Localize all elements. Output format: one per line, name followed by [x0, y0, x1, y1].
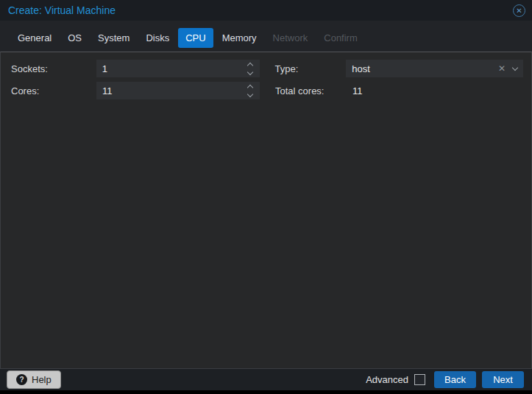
form-row-1: Sockets: 1 Type: host ✕: [11, 60, 523, 77]
dialog-footer: ? Help Advanced Back Next: [0, 368, 532, 390]
dialog-titlebar: Create: Virtual Machine ✕: [0, 0, 532, 21]
back-button[interactable]: Back: [434, 371, 476, 388]
spinner-down-icon[interactable]: [247, 91, 253, 96]
spinner-up-icon[interactable]: [247, 62, 252, 68]
type-value[interactable]: host: [352, 63, 498, 74]
dialog-title: Create: Virtual Machine: [8, 4, 116, 16]
chevron-down-icon[interactable]: [512, 64, 518, 70]
close-icon[interactable]: ✕: [513, 4, 525, 17]
help-button-label: Help: [32, 374, 52, 385]
spinner-down-icon[interactable]: [247, 68, 252, 74]
sockets-label: Sockets:: [11, 63, 96, 74]
total-cores-value: 11: [347, 85, 363, 96]
cores-label: Cores:: [11, 85, 96, 96]
tab-cpu[interactable]: CPU: [178, 28, 213, 48]
tab-confirm: Confirm: [316, 28, 365, 48]
tab-network: Network: [266, 28, 316, 48]
tab-system[interactable]: System: [91, 28, 137, 48]
type-label: Type:: [274, 63, 346, 74]
cpu-form-panel: Sockets: 1 Type: host ✕ Cores: 1: [0, 52, 532, 368]
help-button[interactable]: ? Help: [7, 370, 61, 389]
cores-spin-buttons[interactable]: [245, 85, 255, 96]
sockets-spin-buttons[interactable]: [245, 63, 255, 74]
cores-spinner[interactable]: 11: [96, 82, 260, 99]
spinner-up-icon[interactable]: [247, 84, 253, 90]
tab-general[interactable]: General: [10, 28, 59, 48]
create-vm-dialog: Create: Virtual Machine ✕ General OS Sys…: [0, 0, 532, 394]
clear-icon[interactable]: ✕: [498, 63, 506, 74]
sockets-spinner[interactable]: 1: [96, 60, 260, 77]
advanced-checkbox[interactable]: [414, 374, 425, 385]
question-icon: ?: [16, 374, 27, 385]
advanced-label: Advanced: [366, 374, 408, 385]
wizard-tabbar: General OS System Disks CPU Memory Netwo…: [0, 21, 532, 52]
tab-os[interactable]: OS: [60, 28, 89, 48]
next-button[interactable]: Next: [482, 371, 524, 388]
sockets-value[interactable]: 1: [102, 63, 245, 74]
total-cores-label: Total cores:: [275, 85, 347, 96]
tab-disks[interactable]: Disks: [138, 28, 177, 48]
form-row-2: Cores: 11 Total cores: 11: [11, 82, 523, 99]
cores-value[interactable]: 11: [102, 85, 245, 96]
type-combobox[interactable]: host ✕: [346, 60, 523, 77]
bottom-strip: [0, 390, 532, 393]
tab-memory[interactable]: Memory: [215, 28, 264, 48]
